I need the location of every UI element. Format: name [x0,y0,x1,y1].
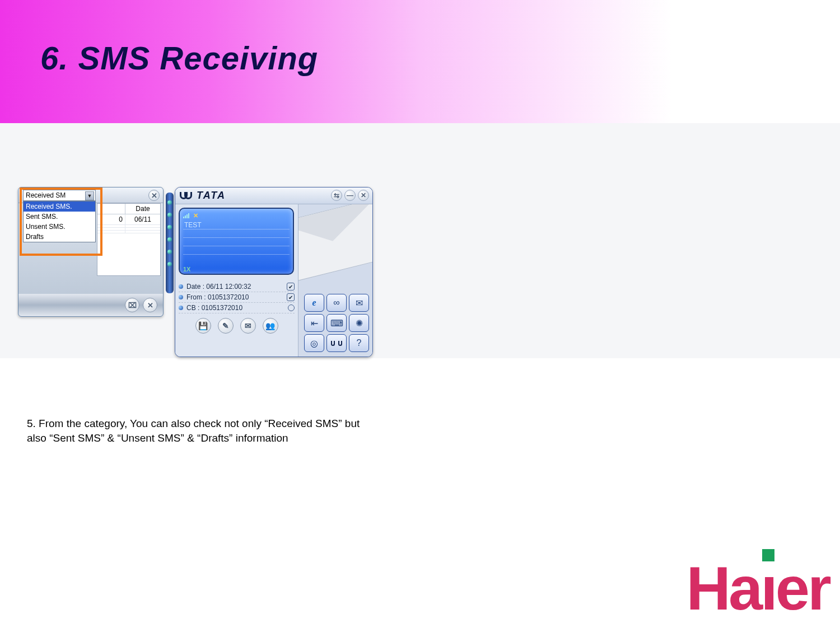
table-header-blank [97,204,125,214]
haier-logo-r: r [808,552,840,624]
chevron-down-icon[interactable]: ▼ [85,191,94,200]
phone-app-main: ✕ TEST 1X Date : 06/11 12:00:32 ✔ From :… [175,204,298,357]
category-combobox-value: Received SM [26,191,66,199]
tata-icon[interactable] [326,334,347,352]
info-label: CB : 01051372010 [186,304,284,312]
dock-dot[interactable] [167,237,172,242]
sms-category-footer: ⌧ ✕ [18,294,163,316]
info-label: From : 01051372010 [186,293,283,301]
page-title: 6. SMS Receiving [40,39,318,77]
table-row-empty [97,231,160,233]
phone-screen: ✕ TEST 1X [179,208,294,275]
phone-app-window: TATA ⇆ — ✕ ✕ TEST 1X Date : 06/11 12:00:… [175,187,373,357]
info-label: Date : 06/11 12:00:32 [186,283,283,290]
close-icon: ✕ [361,191,366,199]
sms-category-window: Received SM ▼ ✕ Received SMS. Sent SMS. … [18,187,164,317]
checkbox-checked[interactable]: ✔ [287,283,295,290]
screen-message: TEST [184,221,202,229]
keypad-icon[interactable]: ⌨ [326,314,347,332]
haier-logo-a: a [729,552,760,624]
save-icon: 💾 [198,321,208,330]
bullet-icon [179,295,183,299]
inbox-icon[interactable]: ⇤ [304,314,324,332]
dock-dot[interactable] [167,213,172,217]
category-dropdown[interactable]: Received SMS. Sent SMS. Unsent SMS. Draf… [23,201,96,242]
tata-logo-icon [180,191,192,201]
dropdown-option-unsent[interactable]: Unsent SMS. [24,222,95,232]
bullet-icon [179,306,183,310]
dock-strip [166,193,174,293]
delete-button[interactable]: ✕ [143,298,157,312]
sms-table: Date 0 06/11 [97,203,161,276]
edit-button[interactable]: ✎ [218,318,234,334]
table-cell-index: 0 [97,214,125,224]
reply-icon: ✉ [245,321,251,330]
category-combobox[interactable]: Received SM ▼ [23,190,96,201]
phone-app-sidebar: e ∞ ✉ ⇤ ⌨ ✺ ◎ ? [298,204,372,357]
table-row[interactable]: 0 06/11 [97,214,160,225]
signal-icon [183,213,191,218]
instruction-text: 5. From the category, You can also check… [27,416,363,445]
checkbox-checked[interactable]: ✔ [287,293,295,301]
table-header-date: Date [125,204,160,214]
reply-button[interactable]: ✉ [240,318,256,334]
message-info-list: Date : 06/11 12:00:32 ✔ From : 010513720… [179,282,295,313]
radio-unchecked[interactable] [288,304,295,311]
connect-button[interactable]: ⇆ [331,190,342,201]
screen-network-mode: 1X [183,266,190,273]
dropdown-option-drafts[interactable]: Drafts [24,232,95,242]
table-cell-date: 06/11 [125,214,160,224]
haier-logo: H a ı e r [687,552,840,624]
settings-icon[interactable]: ✺ [349,314,369,332]
antenna-off-icon: ✕ [193,212,198,219]
envelope-art [298,204,372,283]
app-launcher-grid: e ∞ ✉ ⇤ ⌨ ✺ ◎ ? [304,294,369,352]
save-button[interactable]: 💾 [195,318,211,334]
contact-icon: 👥 [265,321,275,330]
close-icon: ✕ [151,191,157,200]
dock-dot[interactable] [167,250,172,254]
close-button[interactable]: ✕ [358,190,369,201]
close-button[interactable]: ✕ [148,190,160,201]
dropdown-option-received[interactable]: Received SMS. [24,201,95,212]
table-header-row: Date [97,204,160,214]
compose-icon[interactable]: ✉ [349,294,369,312]
bullet-icon [179,284,183,289]
delete-all-button[interactable]: ⌧ [125,298,139,312]
phone-app-titlebar: TATA ⇆ — ✕ [175,188,372,204]
camera-icon[interactable]: ◎ [304,334,324,352]
internet-icon[interactable]: e [304,294,324,312]
info-row-from: From : 01051372010 ✔ [179,292,295,303]
delete-all-icon: ⌧ [128,301,137,310]
info-row-cb: CB : 01051372010 [179,303,295,313]
minimize-icon: — [347,191,353,199]
message-actions: 💾 ✎ ✉ 👥 [179,318,295,334]
edit-icon: ✎ [222,321,229,330]
dock-dot[interactable] [167,225,172,229]
dock-dot[interactable] [167,200,172,205]
dropdown-option-sent[interactable]: Sent SMS. [24,212,95,222]
help-icon[interactable]: ? [349,334,369,352]
contact-button[interactable]: 👥 [263,318,278,334]
brand-label: TATA [197,190,226,201]
minimize-button[interactable]: — [344,190,356,201]
info-row-date: Date : 06/11 12:00:32 ✔ [179,282,295,292]
delete-icon: ✕ [147,301,153,310]
haier-logo-i: ı [760,552,776,624]
call-log-icon[interactable]: ∞ [326,294,347,312]
dock-dot[interactable] [167,262,172,266]
connect-icon: ⇆ [334,191,339,199]
haier-logo-e: e [776,552,808,624]
haier-logo-h: H [687,552,729,624]
